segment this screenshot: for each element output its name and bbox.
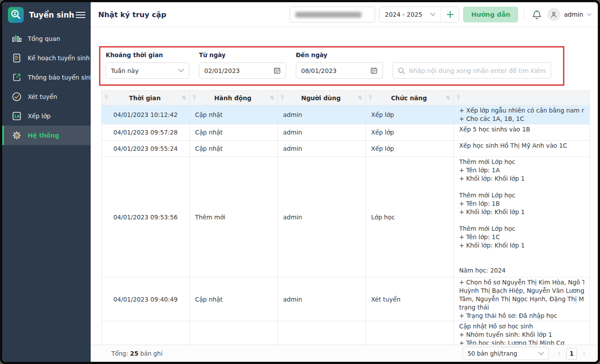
- from-date-input[interactable]: 02/01/2023: [199, 62, 286, 79]
- add-school-year-button[interactable]: +: [441, 7, 459, 22]
- page-number-button[interactable]: 1: [566, 348, 577, 360]
- sidebar-item-xep-lop[interactable]: 1A Xếp lớp: [2, 106, 91, 126]
- app-logo-icon: [8, 7, 24, 23]
- to-date-label: Đến ngày: [296, 51, 383, 58]
- chevron-down-icon: [587, 13, 592, 16]
- table-row[interactable]: 04/01/2023 09:53:56 Thêm mới admin Lớp h…: [102, 157, 590, 277]
- column-header-user[interactable]: Người dùng ⇅: [278, 91, 366, 106]
- detail-line: [459, 258, 584, 266]
- guide-button[interactable]: Hướng dẫn: [463, 7, 518, 22]
- column-header-action[interactable]: Hành động ⇅: [190, 91, 278, 106]
- search-input[interactable]: [409, 67, 546, 74]
- hamburger-menu-icon[interactable]: [76, 11, 85, 18]
- chevron-left-icon[interactable]: ‹: [556, 349, 562, 357]
- cell-function: Xếp lớp: [366, 106, 454, 124]
- search-icon: [398, 67, 405, 75]
- class-1a-icon: 1A: [11, 111, 22, 121]
- sort-icon: ⇅: [181, 95, 187, 101]
- column-header-function[interactable]: Chức năng ⇅: [366, 91, 454, 106]
- table-row[interactable]: 04/01/2023 09:40:49 Cập nhật admin Xét t…: [102, 277, 590, 321]
- detail-line: Xếp 5 học sinhs vào 1B: [459, 125, 584, 134]
- cell-time: 04/01/2023 10:12:42: [102, 106, 190, 124]
- cell-time: [102, 321, 190, 345]
- from-date-label: Từ ngày: [199, 51, 286, 58]
- gear-icon: [11, 130, 22, 141]
- sort-icon: ⇅: [357, 95, 363, 101]
- cell-detail: Thêm mới Lớp học+ Tên lớp: 1A+ Khối lớp:…: [454, 157, 590, 277]
- to-date-input[interactable]: 08/01/2023: [296, 62, 383, 79]
- user-menu[interactable]: admin: [547, 8, 592, 21]
- school-name-input[interactable]: [290, 7, 375, 22]
- topbar: Nhật ký truy cập 2024 - 2025 +: [91, 2, 598, 27]
- cell-user: admin: [278, 157, 366, 277]
- notifications-button[interactable]: [530, 8, 543, 21]
- detail-line: + Khối lớp: Khối lớp 1: [459, 241, 584, 250]
- period-select[interactable]: Tuần này: [106, 62, 189, 79]
- table-row[interactable]: 04/01/2023 10:12:42 Cập nhật admin Xếp l…: [102, 106, 590, 124]
- sidebar-item-he-thong[interactable]: Hệ thống: [2, 126, 91, 145]
- detail-line: + Tên lớp: 1B: [459, 200, 584, 208]
- username-label: admin: [564, 11, 583, 18]
- sort-icon: ⇅: [269, 95, 275, 101]
- cell-action: Cập nhật: [190, 106, 278, 124]
- table-row[interactable]: 04/01/2023 09:55:24 Cập nhật admin Xếp l…: [102, 141, 590, 157]
- period-value: Tuần này: [111, 67, 178, 74]
- cell-action: Thêm mới: [190, 157, 278, 277]
- cell-action: [190, 321, 278, 345]
- detail-line: + Nhóm tuyển sinh: Khối lớp 1: [459, 331, 584, 339]
- sidebar-item-xet-tuyen[interactable]: Xét tuyển: [2, 87, 91, 106]
- cell-detail: Xếp 5 học sinhs vào 1B: [454, 124, 590, 141]
- detail-line: [459, 216, 584, 225]
- table-row[interactable]: 04/01/2023 09:57:28 Cập nhật admin Xếp l…: [102, 124, 590, 141]
- detail-line: Tâm, Nguyễn Thị Ngọc Hạnh, Đặng Thị Mai …: [459, 295, 584, 303]
- to-date-field: Đến ngày 08/01/2023: [296, 51, 383, 79]
- chevron-right-icon[interactable]: ›: [581, 349, 587, 357]
- pagination-controls: 50 bản ghi/trang ‹ 1 ›: [463, 347, 587, 360]
- sidebar-menu: Tổng quan Kế hoạch tuyển sinh: [2, 27, 91, 145]
- school-year-value: 2024 - 2025: [385, 11, 422, 18]
- detail-line: Cập nhật Hồ sơ học sinh: [459, 322, 584, 331]
- chevron-down-icon: [430, 13, 435, 16]
- cell-function: Xếp lớp: [366, 124, 454, 141]
- table-row[interactable]: Cập nhật Hồ sơ học sinh+ Nhóm tuyển sinh…: [102, 321, 590, 345]
- column-title: Người dùng: [284, 95, 357, 102]
- page-title: Nhật ký truy cập: [98, 11, 166, 19]
- cell-action: Cập nhật: [190, 124, 278, 141]
- app-window-frame: Tuyển sinh: [0, 0, 600, 364]
- sidebar-item-tong-quan[interactable]: Tổng quan: [2, 29, 91, 48]
- sidebar-item-label: Xếp lớp: [28, 113, 51, 120]
- pin-icon: [192, 95, 196, 101]
- column-header-time[interactable]: Thời gian ⇅: [102, 91, 190, 106]
- detail-line: + Khối lớp: Khối lớp 1: [459, 208, 584, 216]
- total-value: 25: [130, 350, 138, 357]
- topbar-actions: 2024 - 2025 + Hướng dẫn: [290, 7, 592, 22]
- cell-function: Xếp lớp: [366, 141, 454, 157]
- column-header-detail[interactable]: [454, 91, 590, 106]
- detail-line: Huỳnh Thị Bạch Hiệp, Nguyễn Văn Lương, N…: [459, 287, 584, 295]
- detail-line: [459, 183, 584, 191]
- detail-line: + Trạng thái hồ sơ: Đã nhập học: [459, 312, 584, 320]
- detail-line: Thêm mới Lớp học: [459, 191, 584, 200]
- total-label: Tổng:: [111, 350, 128, 357]
- sidebar-item-thong-bao-tuyen-sinh[interactable]: Thông báo tuyển sinh: [2, 68, 91, 87]
- school-year-select[interactable]: 2024 - 2025: [379, 7, 441, 22]
- sidebar-item-ke-hoach-tuyen-sinh[interactable]: Kế hoạch tuyển sinh: [2, 48, 91, 68]
- page-size-value: 50 bản ghi/trang: [467, 350, 538, 357]
- total-suffix: bản ghi: [140, 350, 163, 357]
- cell-user: admin: [278, 124, 366, 141]
- cell-function: [366, 321, 454, 345]
- cell-time: 04/01/2023 09:57:28: [102, 124, 190, 141]
- table-footer: Tổng: 25 bản ghi 50 bản ghi/trang ‹ 1 ›: [91, 345, 598, 362]
- page-size-select[interactable]: 50 bản ghi/trang: [463, 347, 549, 360]
- cell-time: 04/01/2023 09:40:49: [102, 277, 190, 321]
- detail-line: + Cho các 1A, 1B, 1C: [459, 115, 584, 123]
- cell-detail: Xếp học sinh Hồ Thị Mỹ Anh vào 1C: [454, 141, 590, 157]
- calendar-icon: [273, 67, 281, 74]
- cell-detail: + Chọn hồ sơ Nguyễn Thị Kim Hòa, Ngô Thị…: [454, 277, 590, 321]
- topbar-divider: [524, 9, 524, 20]
- detail-line: + Khối lớp: Khối lớp 1: [459, 175, 584, 183]
- from-date-field: Từ ngày 02/01/2023: [199, 51, 286, 79]
- column-title: Hành động: [196, 95, 269, 102]
- cell-user: admin: [278, 277, 366, 321]
- check-circle-icon: [11, 91, 22, 102]
